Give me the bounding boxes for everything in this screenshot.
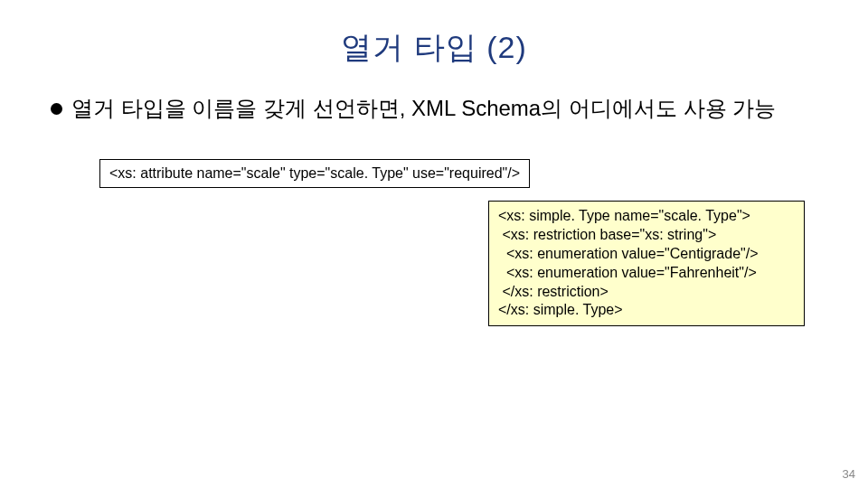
bullet-item: 열거 타입을 이름을 갖게 선언하면, XML Schema의 어디에서도 사용…	[51, 94, 832, 123]
page-number: 34	[843, 467, 855, 481]
code-line: </xs: restriction>	[498, 283, 795, 302]
slide-title: 열거 타입 (2)	[36, 27, 832, 69]
code-line: </xs: simple. Type>	[498, 301, 795, 320]
slide: 열거 타입 (2) 열거 타입을 이름을 갖게 선언하면, XML Schema…	[0, 0, 868, 488]
code-box-attribute: <xs: attribute name="scale" type="scale.…	[99, 159, 530, 188]
code-box-simpletype: <xs: simple. Type name="scale. Type"> <x…	[488, 201, 805, 326]
code-line: <xs: enumeration value="Centigrade"/>	[498, 245, 795, 264]
bullet-text: 열거 타입을 이름을 갖게 선언하면, XML Schema의 어디에서도 사용…	[71, 94, 776, 123]
bullet-icon	[51, 103, 62, 115]
code-line: <xs: enumeration value="Fahrenheit"/>	[498, 264, 795, 283]
code-line: <xs: restriction base="xs: string">	[498, 226, 795, 245]
code-line: <xs: simple. Type name="scale. Type">	[498, 207, 795, 226]
